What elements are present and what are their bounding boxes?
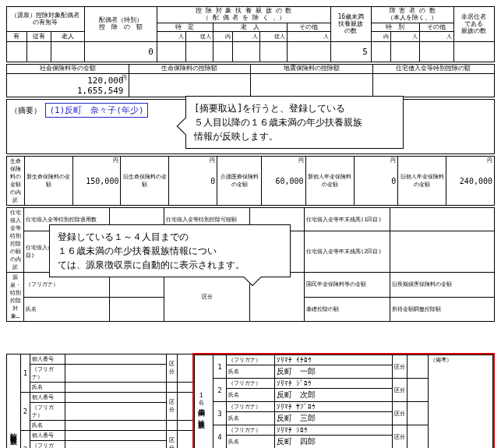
callout2-l1: 登録している１～４人目までの	[58, 231, 189, 242]
col4-l1: 16歳未満	[337, 13, 364, 20]
sub-sonota: その他	[287, 23, 330, 32]
ins-c4v: 0	[391, 177, 396, 185]
dep-biko: （備考）	[429, 355, 493, 448]
yen-mark: 円	[122, 74, 127, 82]
ins-c3h: 介護医療保険料の金額	[217, 157, 262, 206]
callout1-l1: [摘要取込]を行うと、登録している	[194, 103, 345, 114]
dep-kubun-l1: 区分	[167, 354, 178, 382]
ins-c1v: 150,000	[86, 177, 118, 185]
mid-r2c: 住宅借入金等年末残高(2回目)	[305, 231, 390, 273]
dep-r4-furi: ｿﾘﾏﾁ ｼﾛｳ	[274, 425, 392, 436]
callout-1: [摘要取込]を行うと、登録している ５人目以降の１６歳未満の年少扶養親族 情報が…	[185, 96, 404, 149]
ins-c2v: 0	[210, 177, 215, 185]
mid-r4r2: 所得金額調整控除額	[390, 297, 495, 322]
mid-r3b: 氏名	[24, 297, 110, 322]
nin4: 人	[390, 32, 419, 42]
mid-r3r2: 旧長期損害保険料の金額	[390, 273, 495, 298]
juari: 従有	[26, 32, 51, 42]
dep-n1-left: 1	[21, 354, 30, 392]
amt-h1: 社会保険料等の金額	[7, 65, 129, 74]
dep-r3-name: 反町 三郎	[274, 412, 392, 425]
col6-l3: 親族の数	[461, 27, 486, 34]
amounts-row: 社会保険料等の金額 生命保険料の控除額 地震保険料の控除額 住宅借入金等特別控除…	[6, 64, 495, 97]
mid-r4r1: 基礎控除の額	[305, 297, 390, 322]
col5-l2: （本人を除く。）	[387, 14, 437, 21]
dep-r-n1: 1	[213, 355, 226, 379]
col6-l1: 非居住者	[461, 13, 486, 20]
ins-c4h: 新個人年金保険料の金額	[305, 157, 354, 206]
junin2: 従人	[259, 32, 287, 42]
sub-sonota2: その他	[420, 23, 454, 32]
col1-l1: （源泉）控除対象配偶者	[11, 12, 79, 19]
col2b: 控 除 の 額	[99, 23, 143, 30]
junin1: 従人	[186, 32, 213, 42]
tekiyo-label: （摘要）	[10, 106, 41, 115]
dep-r3-furi: ｿﾘﾏﾁ ｻﾌﾞﾛｳ	[274, 402, 392, 412]
val-under16: 5	[330, 42, 371, 62]
nin3: 人	[287, 32, 330, 42]
mid-side1: 住宅借入金等特別控除の額の内訳	[7, 208, 24, 273]
dep-r1-kubun: 区分	[392, 355, 407, 379]
nin5: 人	[420, 32, 454, 42]
callout1-l2: ５人目以降の１６歳未満の年少扶養親族	[194, 117, 362, 128]
roujin-sub: 老人	[51, 32, 84, 42]
ari: 有	[7, 32, 27, 42]
amt-v1b: 1,655,549	[77, 86, 124, 96]
sub-tokubetsu: 特 別	[371, 23, 419, 32]
callout1-l3: 情報が反映します。	[194, 131, 278, 142]
ins-c2h: 旧生命保険料の金額	[121, 157, 169, 206]
dep-r-n4: 4	[213, 425, 226, 448]
top-header-table: （源泉）控除対象配偶者 の有無等 配偶者（特別） 控 除 の 額 控 除 対 象…	[6, 6, 495, 62]
mid-r3c: 区分	[164, 273, 250, 322]
ins-c5v: 240,000	[460, 177, 492, 185]
mid-r3r1: 国民年金保険料等の金額	[305, 273, 390, 298]
sub-roujin: 老 人	[213, 23, 288, 32]
dep-r1-name: 反町 一郎	[274, 365, 392, 379]
dep-r4-name: 反町 四郎	[274, 436, 392, 448]
dep-r-n2: 2	[213, 379, 226, 402]
col4-l2: 扶養親族	[338, 20, 363, 27]
uchi2: 内	[371, 32, 390, 42]
sub-tokutei: 特 定	[157, 23, 213, 32]
tekiyo-entry: (1)反町 奈々子(年少)	[45, 103, 147, 118]
dep-n2-left: 2	[21, 392, 30, 430]
insurance-breakdown: 生命保険料の金額の内訳 新生命保険料の金額 円150,000 旧生命保険料の金額…	[6, 156, 495, 206]
nin1: 人	[157, 32, 185, 42]
callout-2: 登録している１～４人目までの １６歳未満の年少扶養親族情報につい ては、源泉徴収…	[49, 224, 291, 277]
amt-h2: 生命保険料の控除額	[129, 65, 251, 74]
ins-side: 生命保険料の金額の内訳	[7, 157, 25, 206]
dep-r2-furi: ｿﾘﾏﾁ ｼﾞﾛｳ	[274, 379, 392, 389]
ins-c1h: 新生命保険料の金額	[24, 157, 72, 206]
nin2: 人	[232, 32, 259, 42]
dep-r2-name: 反町 次郎	[274, 389, 392, 402]
ins-c5h: 旧個人年金保険料の金額	[398, 157, 446, 206]
dep-r1-furi: ｿﾘﾏﾁ ｲﾁﾛｳ	[274, 355, 392, 365]
amt-h4: 住宅借入金等特別控除の額	[372, 65, 495, 74]
dep-side-left: 控除対象扶養親族	[9, 427, 19, 433]
mid-side2: 源泉・特別控除対象…	[7, 273, 24, 322]
col3-l1: 控 除 対 象 扶 養 親 族 の 数	[196, 7, 291, 14]
uchi1: 内	[213, 32, 233, 42]
dep-side-right: １６歳未満の扶養親族	[196, 387, 206, 417]
col4-l3: の数	[344, 27, 357, 34]
dep-r1-name-l: 氏名	[226, 365, 274, 379]
col5-l1: 障 害 者 の 数	[390, 7, 436, 14]
col6-l2: である	[464, 20, 483, 27]
ins-c3v: 60,000	[276, 177, 304, 185]
val-haitoku: 0	[84, 42, 157, 62]
dependent-table: 控除対象扶養親族 1 個人番号 区分 １６歳未満の扶養親族 1 （フリガナ） ｿ…	[6, 353, 495, 448]
callout2-l3: ては、源泉徴収票に自動的に表示されます。	[58, 259, 245, 270]
amt-v1a: 120,000	[87, 76, 123, 86]
dep-n3-left: 3	[21, 430, 30, 448]
col2a: 配偶者（特別）	[99, 16, 143, 23]
col1-l2: の有無等	[33, 19, 58, 26]
col3-l2: （ 配 偶 者 を 除 く 。）	[203, 14, 285, 21]
mid-r1c: 住宅借入金等年末残高(1回目)	[305, 208, 390, 231]
dep-r-n3: 3	[213, 402, 226, 425]
amt-h3: 地震保険料の控除額	[251, 65, 373, 74]
dep-kojin-1: 個人番号	[30, 354, 65, 364]
dep-r1-furi-l: （フリガナ）	[226, 355, 274, 365]
callout2-l2: １６歳未満の年少扶養親族情報につい	[58, 245, 217, 256]
